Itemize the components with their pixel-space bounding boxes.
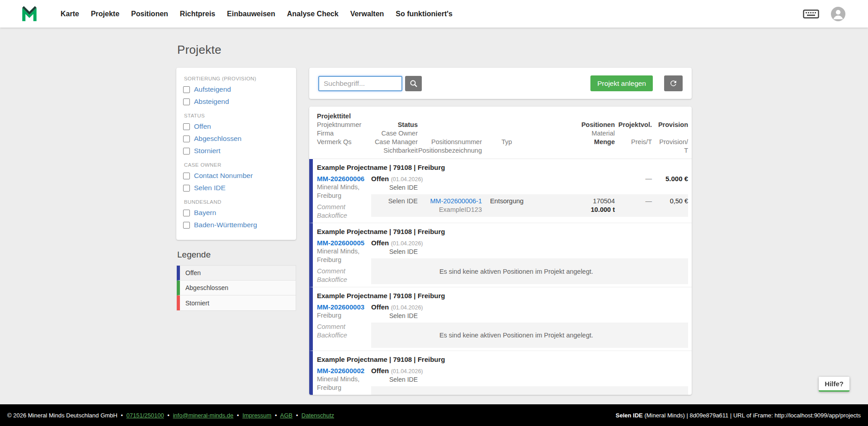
project-status: Offen (01.04.2026) Selen IDE [371,366,418,384]
footer-datenschutz-link[interactable]: Datenschutz [302,412,334,419]
project-number-link[interactable]: MM-202600006 [317,174,371,183]
footer-phone-link[interactable]: 07151/250100 [127,412,164,419]
page-title: Projekte [177,43,692,57]
session-user: Selen IDE [616,412,643,419]
footer-left: © 2026 Mineral Minds Deutschland GmbH • … [7,412,334,419]
position-case-manager: Selen IDE [371,197,418,214]
brand-logo[interactable] [20,5,39,23]
filter-option-storniert[interactable]: Storniert [183,147,289,155]
sidebar: SORTIERUNG (PROVISION) Aufsteigend Abste… [176,68,296,311]
filter-section-sortierung: SORTIERUNG (PROVISION) Aufsteigend Abste… [183,76,289,106]
position-typ: Entsorgung [482,197,532,214]
nav-item-projekte[interactable]: Projekte [91,10,119,18]
empty-positions-area: Es sind keine aktiven Positionen im Proj… [371,258,688,284]
project-row: Example Projectname | 79108 | Freiburg M… [309,351,692,395]
checkbox-storniert[interactable] [183,148,190,154]
avatar-icon [831,7,845,21]
project-comment: Comment [317,323,371,331]
checkbox-bayern[interactable] [183,210,190,216]
project-row: Example Projectname | 79108 | Freiburg M… [309,223,692,287]
checkbox-absteigend[interactable] [183,98,190,105]
project-company: Mineral Minds, [317,247,371,256]
footer-email-link[interactable]: info@mineral-minds.de [173,412,233,419]
nav-item-richtpreis[interactable]: Richtpreis [180,10,215,18]
project-title: Example Projectname | 79108 | Freiburg [317,227,688,237]
filter-section-bundesland: BUNDESLAND Bayern Baden-Württemberg [183,199,289,229]
empty-positions-message: Es sind keine aktiven Positionen im Proj… [418,268,615,275]
refresh-button[interactable] [664,75,683,91]
footer-session-info: Selen IDE (Mineral Minds) | 8d09e879a611… [616,412,861,419]
project-title: Example Projectname | 79108 | Freiburg [317,291,688,301]
user-avatar-button[interactable] [831,7,845,21]
footer-impressum-link[interactable]: Impressum [242,412,271,419]
footer: © 2026 Mineral Minds Deutschland GmbH • … [0,404,868,426]
project-comment: Comment [317,267,371,276]
checkbox-selen-ide[interactable] [183,185,190,192]
checkbox-offen[interactable] [183,123,190,130]
filter-option-selen-ide[interactable]: Selen IDE [183,184,289,192]
content-column: Projekt anlegen Projekttitel Projektnumm… [309,68,692,395]
filter-option-baden-wuerttemberg[interactable]: Baden-Württemberg [183,221,289,229]
project-case-owner: Selen IDE [371,248,418,256]
nav-item-karte[interactable]: Karte [61,10,79,18]
project-company: Freiburg [317,256,371,264]
position-menge: 10.000 t [532,206,615,214]
header-col-projekt: Projekttitel Projektnummer Firma Vermerk… [317,112,371,155]
header-col-status: Status Case Owner Case Manager Sichtbark… [371,112,418,155]
project-status: Offen (01.04.2026) Selen IDE [371,303,418,320]
create-project-button[interactable]: Projekt anlegen [590,75,653,91]
legend-item-offen: Offen [177,266,296,281]
project-number-link[interactable]: MM-202600002 [317,366,371,375]
project-row: Example Projectname | 79108 | Freiburg M… [309,159,692,223]
nav-item-einbauweisen[interactable]: Einbauweisen [227,10,275,18]
filter-option-abgeschlossen[interactable]: Abgeschlossen [183,135,289,143]
filter-option-offen[interactable]: Offen [183,122,289,131]
filter-section-label: BUNDESLAND [184,199,289,205]
search-input[interactable] [318,76,402,91]
project-number-link[interactable]: MM-202600003 [317,303,371,311]
project-company: Freiburg [317,311,371,320]
help-button[interactable]: Hilfe? [819,377,849,392]
nav-item-analyse-check[interactable]: Analyse Check [287,10,339,18]
position-name: ExampleID123 [418,206,482,214]
projects-table: Projekttitel Projektnummer Firma Vermerk… [309,107,692,395]
checkbox-aufsteigend[interactable] [183,86,190,93]
search-button[interactable] [405,76,422,91]
nav-item-verwalten[interactable]: Verwalten [350,10,384,18]
filter-option-absteigend[interactable]: Absteigend [183,98,289,106]
filter-section-label: STATUS [184,113,289,118]
checkbox-contact-nonumber[interactable] [183,173,190,179]
keyboard-button[interactable] [803,9,819,19]
project-projektvol: — [615,174,652,192]
header-col-position: Positionsnummer Positionsbezeichnung [418,112,482,155]
project-number-link[interactable]: MM-202600005 [317,239,371,247]
header-col-typ: Typ [482,112,532,155]
table-header: Projekttitel Projektnummer Firma Vermerk… [313,107,692,159]
position-preis: — [615,197,652,214]
header-col-provision: Provision Provision/ T [652,112,688,155]
position-row: Selen IDE MM-202600006-1 ExampleID123 En… [371,194,688,217]
search-card: Projekt anlegen [309,68,692,99]
refresh-icon [669,79,678,88]
filter-option-contact-nonumber[interactable]: Contact Nonumber [183,172,289,180]
checkbox-baden-wuerttemberg[interactable] [183,222,190,229]
project-title: Example Projectname | 79108 | Freiburg [317,355,688,365]
header-col-projektvol: Projektvol. Preis/T [615,112,652,155]
footer-agb-link[interactable]: AGB [280,412,292,419]
filter-section-label: CASE OWNER [184,162,289,168]
project-company: Freiburg [317,192,371,200]
empty-positions-area: Es sind keine aktiven Positionen im Proj… [371,386,688,395]
project-case-owner: Selen IDE [371,312,418,320]
legend: Legende Offen Abgeschlossen Storniert [176,250,296,311]
filter-option-bayern[interactable]: Bayern [183,209,289,217]
footer-copyright: © 2026 Mineral Minds Deutschland GmbH [7,412,118,419]
project-backoffice: Backoffice [317,331,371,340]
nav-item-so-funktionierts[interactable]: So funktioniert's [396,10,453,18]
main-area: Projekte SORTIERUNG (PROVISION) Aufsteig… [0,28,868,404]
position-number-link[interactable]: MM-202600006-1 [418,197,482,206]
filter-option-aufsteigend[interactable]: Aufsteigend [183,85,289,94]
nav-item-positionen[interactable]: Positionen [131,10,168,18]
header-col-positionen: Positionen Material Menge [532,112,615,155]
legend-item-abgeschlossen: Abgeschlossen [177,281,296,295]
checkbox-abgeschlossen[interactable] [183,136,190,142]
